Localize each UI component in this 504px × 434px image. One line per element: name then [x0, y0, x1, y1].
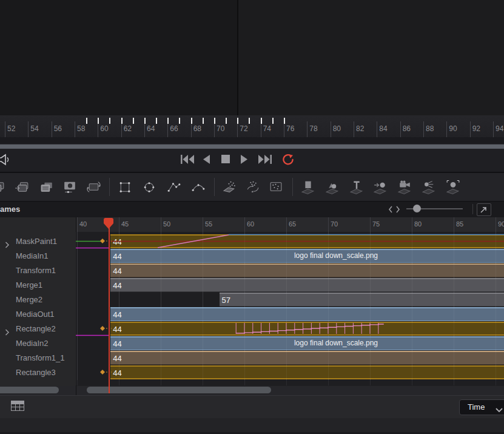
track-name-row[interactable]: Transform1 [0, 263, 76, 278]
keyframe-diamond-icon [100, 370, 105, 375]
track-name-row[interactable]: Merge1 [0, 278, 76, 293]
kf-ruler-tick [454, 217, 454, 232]
track-name-row[interactable]: MediaIn1 [0, 249, 76, 263]
track-name-row[interactable]: MediaOut1 [0, 307, 76, 322]
kf-ruler-label: 85 [456, 220, 463, 228]
viewer-divider[interactable] [237, 0, 238, 115]
kf-ruler-label: 60 [247, 220, 254, 228]
bottom-strip [0, 418, 504, 432]
keyframes-ruler[interactable]: 4045505560657075808590 [76, 217, 504, 232]
gridline-overlay [370, 232, 371, 380]
ruler-keyframe-tick [214, 118, 215, 124]
kf-ruler-label: 90 [498, 220, 504, 228]
ruler-label: 94 [496, 124, 503, 133]
keyframes-panel-header: ames [0, 202, 504, 217]
track-names-panel: MaskPaint1MediaIn1Transform1Merge1Merge2… [0, 217, 76, 395]
ruler-label: 56 [54, 124, 62, 133]
gridline-overlay [203, 232, 203, 380]
stop-button[interactable] [220, 153, 231, 169]
bspline-mask-icon[interactable] [190, 179, 206, 195]
ruler-label: 74 [263, 124, 271, 133]
ruler-keyframe-tick [109, 118, 110, 124]
text-3d-icon[interactable] [349, 179, 365, 195]
track-name-row[interactable]: Rectangle3 [0, 365, 76, 380]
merge-3d-icon[interactable] [372, 179, 388, 195]
ruler-label: 60 [100, 124, 108, 133]
ruler-tick [307, 121, 307, 137]
particle-merge-icon[interactable] [245, 179, 261, 195]
track-name-row[interactable]: Rectangle2 [0, 322, 76, 336]
track-name-row[interactable]: Transform1_1 [0, 351, 76, 365]
viewer-left[interactable] [0, 0, 237, 115]
track-name-row[interactable]: MediaIn2 [0, 336, 76, 351]
transform-icon[interactable] [86, 179, 102, 195]
gridline-overlay [454, 232, 454, 380]
speaker-icon[interactable] [0, 154, 12, 168]
play-reverse-button[interactable] [201, 153, 211, 169]
timeline-scrollbar-thumb[interactable] [87, 387, 271, 393]
ruler-tick [446, 121, 447, 137]
names-scrollbar-thumb[interactable] [0, 387, 59, 393]
kf-ruler-tick [203, 217, 203, 232]
ruler-tick [5, 121, 5, 137]
go-to-end-button[interactable] [257, 153, 273, 169]
kf-ruler-label: 40 [79, 220, 87, 228]
media-in-icon[interactable] [0, 179, 6, 195]
track-name-label: MediaIn1 [16, 249, 48, 263]
kf-ruler-label: 55 [205, 220, 212, 228]
ruler-keyframe-tick [284, 118, 285, 124]
fusion-toolbar [0, 173, 504, 202]
particle-emitter-icon[interactable] [222, 179, 238, 195]
background-icon[interactable] [62, 179, 78, 195]
ruler-label: 54 [30, 124, 38, 133]
spreadsheet-view-button[interactable] [10, 400, 25, 415]
ruler-label: 64 [147, 124, 155, 133]
viewer-right[interactable] [238, 0, 504, 115]
ruler-label: 62 [124, 124, 132, 133]
merge-icon[interactable] [39, 179, 55, 195]
time-mode-dropdown[interactable]: Time [459, 399, 504, 415]
ruler-keyframe-tick [86, 118, 87, 124]
track-name-label: Rectangle3 [16, 365, 56, 380]
loop-button[interactable] [280, 153, 296, 169]
zoom-slider-handle[interactable] [413, 205, 421, 212]
ruler-label: 88 [426, 124, 434, 133]
ruler-keyframe-tick [249, 118, 250, 124]
ellipse-mask-icon[interactable] [141, 179, 157, 195]
ruler-keyframe-tick [203, 118, 204, 124]
spotlight-3d-icon[interactable] [421, 179, 437, 195]
camera-3d-icon[interactable] [397, 179, 412, 195]
ruler-keyframe-tick [237, 118, 238, 124]
go-to-start-button[interactable] [180, 153, 195, 169]
keyframe-diamond-icon [100, 326, 105, 331]
track-name-label: Merge2 [16, 293, 42, 307]
track-name-row[interactable]: Merge2 [0, 293, 76, 307]
ruler-keyframe-tick [144, 118, 146, 124]
fit-horizontal-icon[interactable] [387, 204, 402, 217]
ruler-keyframe-tick [272, 118, 274, 124]
track-name-row[interactable]: MaskPaint1 [0, 234, 76, 249]
expand-panel-button[interactable] [477, 203, 491, 216]
playhead-handle[interactable] [103, 217, 114, 232]
kf-ruler-label: 75 [372, 220, 380, 228]
rectangle-mask-icon[interactable] [117, 179, 133, 195]
kf-ruler-tick [286, 217, 287, 232]
keyframes-panel-title: ames [0, 205, 20, 214]
shape-3d-icon[interactable] [324, 179, 340, 195]
kf-ruler-tick [119, 217, 119, 232]
image-plane-3d-icon[interactable] [300, 179, 316, 195]
gridline-overlay [244, 232, 245, 380]
ruler-label: 82 [356, 124, 364, 133]
renderer-3d-icon[interactable] [445, 179, 461, 195]
ruler-shadow [0, 137, 504, 144]
ruler-keyframe-tick [167, 118, 169, 124]
media-out-icon[interactable] [15, 179, 30, 195]
playhead-line[interactable] [109, 219, 110, 393]
ruler-keyframe-tick [98, 118, 99, 124]
polygon-mask-icon[interactable] [166, 179, 182, 195]
play-forward-button[interactable] [240, 153, 249, 169]
keyframes-tracks-area: 4444logo final down_scale.png44445744444… [76, 232, 504, 385]
ruler-tick [423, 121, 424, 137]
particle-render-icon[interactable] [268, 179, 284, 195]
ruler-keyframe-tick [226, 118, 227, 124]
